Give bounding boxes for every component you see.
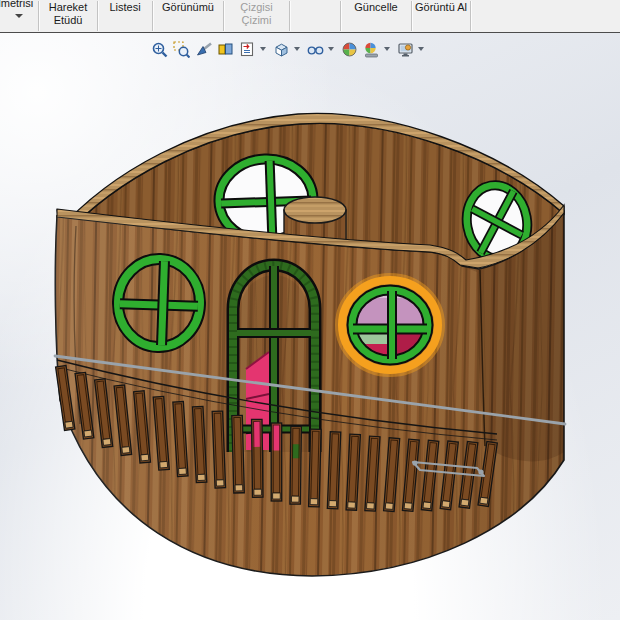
command-toolbar: ilmetrisiHareket EtüdüListesiGörünümüÇiz… (0, 0, 620, 34)
toolbar-gap (290, 0, 340, 32)
round-window-selected[interactable] (341, 279, 439, 371)
dropdown-caret-icon[interactable] (260, 47, 266, 51)
dropdown-caret-icon[interactable] (418, 47, 424, 51)
previous-view-icon[interactable] (194, 40, 212, 58)
model-3d-view[interactable] (0, 60, 620, 620)
toolbar-item-label: Görüntü Al (415, 1, 467, 14)
railing-slot (212, 411, 225, 488)
graphics-viewport[interactable] (0, 33, 620, 620)
railing-slot (252, 419, 263, 497)
toolbar-item-label: Listesi (109, 1, 140, 14)
hide-show-items-icon[interactable] (306, 40, 324, 58)
railing-slot (290, 426, 301, 504)
heads-up-view-toolbar (150, 37, 426, 61)
toolbar-separator (470, 1, 471, 31)
dropdown-caret-icon[interactable] (15, 14, 23, 18)
toolbar-item-listesi[interactable]: Listesi (98, 0, 152, 32)
railing-slot (309, 429, 322, 507)
railing-slot (271, 423, 282, 501)
toolbar-item-g-r-n-m-[interactable]: Görünümü (153, 0, 223, 32)
display-style-icon[interactable] (272, 40, 290, 58)
toolbar-item-label: Güncelle (354, 1, 397, 14)
section-view-icon[interactable] (216, 40, 234, 58)
railing-slot (232, 415, 245, 493)
toolbar-item-label: ilmetrisi (0, 0, 33, 10)
toolbar-item--izgisi-izimi: Çizgisi Çizimi (224, 0, 289, 32)
apply-scene-icon[interactable] (362, 40, 380, 58)
view-settings-icon[interactable] (396, 40, 414, 58)
toolbar-item-label: Çizgisi Çizimi (224, 1, 289, 27)
toolbar-item-label: Hareket Etüdü (39, 1, 97, 27)
toolbar-item-g-r-nt-al[interactable]: Görüntü Al (412, 0, 470, 32)
dropdown-caret-icon[interactable] (294, 47, 300, 51)
railing-slot (327, 432, 340, 509)
toolbar-item-g-ncelle[interactable]: Güncelle (341, 0, 411, 32)
zoom-to-fit-icon[interactable] (150, 40, 168, 58)
view-orientation-icon[interactable] (238, 40, 256, 58)
toolbar-item-hareket-et-d-[interactable]: Hareket Etüdü (39, 0, 97, 32)
round-window-left[interactable] (116, 258, 201, 349)
zoom-to-area-icon[interactable] (172, 40, 190, 58)
toolbar-item-ilmetrisi[interactable]: ilmetrisi (0, 0, 38, 32)
edit-appearance-icon[interactable] (340, 40, 358, 58)
dropdown-caret-icon[interactable] (384, 47, 390, 51)
dropdown-caret-icon[interactable] (328, 47, 334, 51)
toolbar-item-label: Görünümü (162, 1, 214, 14)
